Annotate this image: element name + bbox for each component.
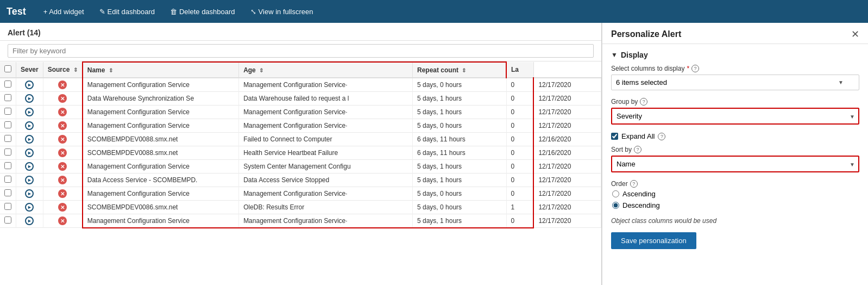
last-col-header[interactable]: La [506,62,533,78]
descending-label: Descending [622,201,660,209]
row-source-cell: Data Access Service - SCOMBEMPD. [83,174,239,187]
severity-icon: ✕ [58,162,67,171]
ascending-radio[interactable] [612,190,619,197]
row-checkbox-cell [0,78,16,92]
row-source-cell: SCOMBEMPDEV0088.smx.net [83,146,239,160]
delete-dashboard-button[interactable]: 🗑 Delete dashboard [168,8,237,16]
row-last-cell: 12/17/2020 [533,174,601,187]
name-sort-icon: ⇕ [109,67,113,73]
row-checkbox[interactable] [4,176,11,183]
group-by-select[interactable]: SeveritySourceNameAge [611,108,859,125]
sort-by-select[interactable]: NameAgeSeveritySource [611,156,859,172]
row-checkbox-cell [0,160,16,174]
row-checkbox[interactable] [4,203,11,210]
row-arrow-cell: ► [16,214,43,228]
sort-by-help-badge[interactable]: ? [634,146,641,153]
name-col-header[interactable]: Name ⇕ [83,62,239,78]
repeat-col-header[interactable]: Repeat count ⇕ [413,62,506,78]
expand-all-help-badge[interactable]: ? [658,133,665,140]
order-label: Order ? [611,180,859,188]
row-source-cell: Management Configuration Service [83,119,239,133]
row-repeat-cell: 0 [506,160,533,174]
group-by-help-badge[interactable]: ? [640,98,647,106]
arrow-icon: ► [25,121,34,130]
row-repeat-cell: 0 [506,119,533,133]
display-section-label: Display [621,51,648,59]
row-source-cell: SCOMBEMPDEV0086.smx.net [83,201,239,214]
row-arrow-cell: ► [16,201,43,214]
arrow-icon: ► [25,189,34,198]
age-col-header[interactable]: Age ⇕ [239,62,413,78]
group-by-label: Group by ? [611,98,859,106]
descending-radio[interactable] [612,202,619,209]
fullscreen-button[interactable]: ⤡ View in fullscreen [248,8,316,16]
table-row: ► ✕ Management Configuration Service Man… [0,119,601,133]
add-widget-button[interactable]: + Add widget [41,8,86,16]
order-help-badge[interactable]: ? [630,180,638,188]
checkbox-header [0,62,16,78]
row-severity-cell: ✕ [43,146,83,160]
row-checkbox-cell [0,92,16,106]
table-row: ► ✕ Data Access Service - SCOMBEMPD. Dat… [0,174,601,187]
row-repeat-cell: 0 [506,187,533,201]
row-source-cell: Management Configuration Service [83,78,239,92]
row-last-cell: 12/17/2020 [533,187,601,201]
filter-input[interactable] [8,44,594,58]
columns-group: Select columns to display * ? 6 items se… [611,65,859,90]
order-group: Order ? Ascending Descending [611,180,859,209]
alert-table: Sever Source ⇕ Name ⇕ Age ⇕ Repeat count… [0,61,601,228]
row-severity-cell: ✕ [43,92,83,106]
source-col-header[interactable]: Source ⇕ [43,62,83,78]
row-checkbox[interactable] [4,94,11,101]
filter-bar [0,41,601,61]
columns-display[interactable]: 6 items selected ▼ [611,75,859,90]
age-sort-icon: ⇕ [259,67,263,73]
columns-value: 6 items selected [616,78,667,86]
ascending-radio-item: Ascending [612,190,859,198]
row-last-cell: 12/16/2020 [533,146,601,160]
app-title: Test [7,6,26,17]
right-panel-title: Personalize Alert [611,29,681,39]
row-arrow-cell: ► [16,160,43,174]
table-row: ► ✕ Management Configuration Service Man… [0,187,601,201]
row-name-cell: Management Configuration Service· [239,214,413,228]
row-age-cell: 5 days, 1 hours [413,174,506,187]
row-checkbox[interactable] [4,189,11,196]
row-repeat-cell: 0 [506,133,533,146]
close-button[interactable]: ✕ [851,29,859,39]
expand-all-checkbox[interactable] [611,133,618,140]
row-checkbox[interactable] [4,148,11,156]
row-last-cell: 12/17/2020 [533,106,601,119]
row-severity-cell: ✕ [43,78,83,92]
row-name-cell: System Center Management Configu [239,160,413,174]
row-checkbox[interactable] [4,121,11,128]
row-repeat-cell: 0 [506,78,533,92]
save-personalization-button[interactable]: Save personalization [611,232,696,249]
row-name-cell: Health Service Heartbeat Failure [239,146,413,160]
row-severity-cell: ✕ [43,106,83,119]
sort-by-group: Sort by ? NameAgeSeveritySource ▼ [611,146,859,172]
row-checkbox[interactable] [4,80,11,88]
row-checkbox-cell [0,187,16,201]
severity-col-header[interactable]: Sever [16,62,43,78]
row-checkbox[interactable] [4,162,11,169]
alert-header: Alert (14) [0,23,601,41]
row-checkbox[interactable] [4,135,11,142]
edit-dashboard-button[interactable]: ✎ Edit dashboard [97,8,157,16]
row-checkbox[interactable] [4,216,11,224]
left-panel: Alert (14) Sever Source ⇕ Name ⇕ Age ⇕ R… [0,23,602,285]
row-age-cell: 5 days, 0 hours [413,78,506,92]
descending-radio-item: Descending [612,201,859,209]
severity-icon: ✕ [58,94,67,103]
required-star: * [687,65,689,72]
severity-icon: ✕ [58,135,67,144]
columns-help-badge[interactable]: ? [691,65,699,72]
row-arrow-cell: ► [16,133,43,146]
row-repeat-cell: 0 [506,146,533,160]
select-all-checkbox[interactable] [4,65,11,72]
row-arrow-cell: ► [16,119,43,133]
repeat-sort-icon: ⇕ [462,67,466,73]
row-checkbox[interactable] [4,108,11,115]
alert-table-body: ► ✕ Management Configuration Service Man… [0,78,601,228]
row-name-cell: OleDB: Results Error [239,201,413,214]
